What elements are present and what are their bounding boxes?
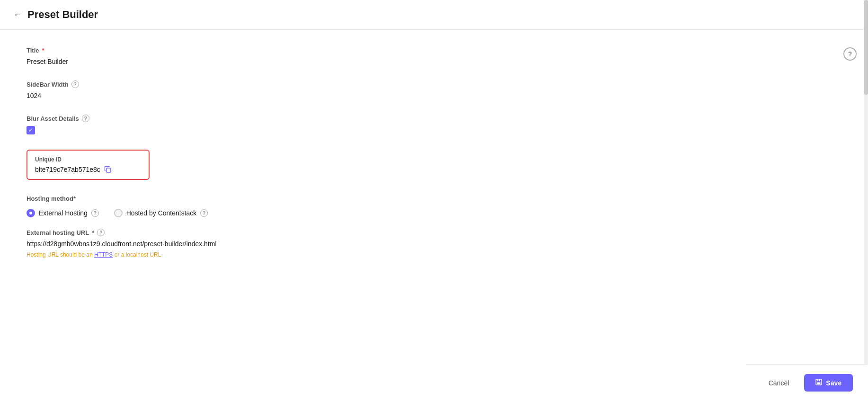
page-help-icon[interactable]: ? xyxy=(843,47,857,61)
radio-external-hosting[interactable]: External Hosting ? xyxy=(27,209,99,217)
sidebar-width-field-group: SideBar Width ? 1024 xyxy=(27,80,399,99)
blur-asset-details-label: Blur Asset Details ? xyxy=(27,115,399,122)
external-url-help-icon[interactable]: ? xyxy=(97,229,105,236)
radio-contentstack-label: Hosted by Contentstack xyxy=(126,209,197,217)
unique-id-field-group: Unique ID blte719c7e7ab571e8c xyxy=(27,150,399,180)
unique-id-text: blte719c7e7ab571e8c xyxy=(35,166,100,173)
blur-asset-details-checkbox-wrapper: ✓ xyxy=(27,126,399,134)
blur-asset-details-field-group: Blur Asset Details ? ✓ xyxy=(27,115,399,134)
svg-rect-2 xyxy=(817,383,821,384)
external-url-field: External hosting URL* ? https://d28gmb0w… xyxy=(27,229,399,258)
svg-rect-4 xyxy=(818,380,819,381)
page-title: Preset Builder xyxy=(27,9,98,21)
svg-rect-0 xyxy=(106,168,111,172)
main-content: Title* Preset Builder SideBar Width ? 10… xyxy=(0,30,426,290)
save-icon xyxy=(815,379,822,387)
unique-id-label: Unique ID xyxy=(35,156,141,163)
contentstack-hosting-help-icon[interactable]: ? xyxy=(200,209,208,217)
radio-contentstack-circle[interactable] xyxy=(114,209,123,217)
sidebar-width-label: SideBar Width ? xyxy=(27,80,399,88)
radio-group: External Hosting ? Hosted by Contentstac… xyxy=(27,209,399,217)
footer-actions: Cancel Save xyxy=(746,364,868,401)
radio-external-hosting-circle[interactable] xyxy=(27,209,35,217)
scrollbar-track[interactable] xyxy=(864,0,868,401)
hosting-method-field-group: Hosting method* External Hosting ? Hoste… xyxy=(27,195,399,258)
title-field-group: Title* Preset Builder xyxy=(27,47,399,65)
https-link[interactable]: HTTPS xyxy=(94,251,113,258)
hosting-method-label: Hosting method* xyxy=(27,195,399,202)
scrollbar-thumb[interactable] xyxy=(864,0,868,95)
sidebar-width-help-icon[interactable]: ? xyxy=(71,80,79,88)
title-value: Preset Builder xyxy=(27,58,399,65)
external-hosting-help-icon[interactable]: ? xyxy=(91,209,99,217)
blur-asset-details-checkbox[interactable]: ✓ xyxy=(27,126,35,134)
radio-hosted-by-contentstack[interactable]: Hosted by Contentstack ? xyxy=(114,209,208,217)
cancel-button[interactable]: Cancel xyxy=(761,375,797,391)
radio-external-hosting-label: External Hosting xyxy=(39,209,88,217)
page-header: ← Preset Builder xyxy=(0,0,868,30)
sidebar-width-value: 1024 xyxy=(27,92,399,99)
save-label: Save xyxy=(826,379,841,387)
back-button[interactable]: ← xyxy=(13,10,22,20)
external-url-value: https://d28gmb0wbns1z9.cloudfront.net/pr… xyxy=(27,240,399,248)
blur-asset-details-help-icon[interactable]: ? xyxy=(82,115,89,122)
copy-icon[interactable] xyxy=(104,166,112,173)
save-button[interactable]: Save xyxy=(804,374,853,392)
unique-id-value: blte719c7e7ab571e8c xyxy=(35,166,141,173)
external-url-label: External hosting URL* ? xyxy=(27,229,399,236)
title-label: Title* xyxy=(27,47,399,54)
unique-id-box: Unique ID blte719c7e7ab571e8c xyxy=(27,150,150,180)
external-url-hint: Hosting URL should be an HTTPS or a loca… xyxy=(27,251,399,258)
